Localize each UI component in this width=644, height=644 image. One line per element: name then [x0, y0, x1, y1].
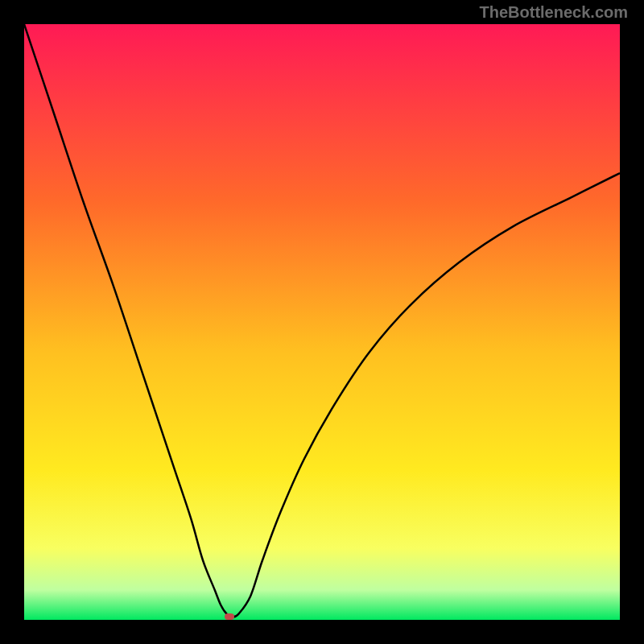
watermark-text: TheBottleneck.com — [480, 3, 628, 22]
chart-svg — [24, 24, 620, 620]
chart-background — [24, 24, 620, 620]
optimal-point-marker — [225, 613, 234, 620]
chart-plot-area — [24, 24, 620, 620]
